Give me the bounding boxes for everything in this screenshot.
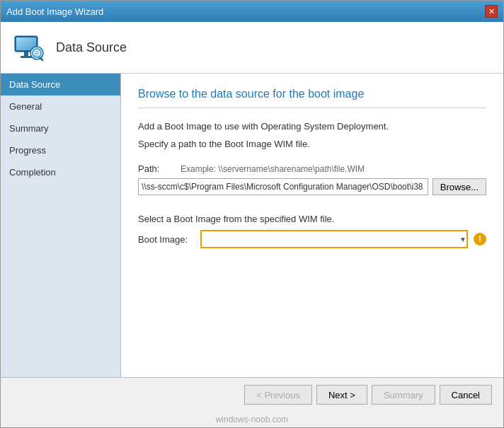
sidebar: Data Source General Summary Progress Com… xyxy=(1,74,121,377)
boot-image-select[interactable] xyxy=(200,230,468,248)
wizard-header: Data Source xyxy=(1,22,503,74)
window-title: Add Boot Image Wizard xyxy=(6,6,103,17)
boot-image-select-wrapper: ▼ xyxy=(200,230,468,248)
path-example: Example: \\servername\sharename\path\fil… xyxy=(181,164,365,174)
wizard-icon xyxy=(12,30,46,64)
wizard-window: Add Boot Image Wizard ✕ xyxy=(0,0,504,428)
path-section: Path: Example: \\servername\sharename\pa… xyxy=(138,163,486,205)
watermark: windows-noob.com xyxy=(1,412,503,427)
sidebar-item-general[interactable]: General xyxy=(1,96,120,117)
boot-image-row: Boot Image: ▼ ! xyxy=(138,230,486,248)
sidebar-item-datasource[interactable]: Data Source xyxy=(1,74,120,96)
footer: < Previous Next > Summary Cancel xyxy=(1,377,503,412)
title-bar: Add Boot Image Wizard ✕ xyxy=(1,1,503,22)
content-area: Browse to the data source for the boot i… xyxy=(121,74,503,377)
title-bar-left: Add Boot Image Wizard xyxy=(6,6,103,17)
content-heading: Browse to the data source for the boot i… xyxy=(138,88,486,108)
svg-rect-3 xyxy=(24,52,28,56)
sidebar-item-progress[interactable]: Progress xyxy=(1,139,120,161)
content-desc2: Specify a path to the Boot Image WIM fil… xyxy=(138,139,486,149)
header-title: Data Source xyxy=(56,40,127,55)
sidebar-item-completion[interactable]: Completion xyxy=(1,161,120,183)
sidebar-item-summary[interactable]: Summary xyxy=(1,117,120,139)
wizard-body: Data Source General Summary Progress Com… xyxy=(1,74,503,377)
cancel-button[interactable]: Cancel xyxy=(440,385,492,405)
path-input-row: Browse... xyxy=(138,178,486,195)
browse-button[interactable]: Browse... xyxy=(433,178,486,195)
path-label-row: Path: Example: \\servername\sharename\pa… xyxy=(138,163,486,174)
select-desc: Select a Boot Image from the specified W… xyxy=(138,214,486,224)
previous-button[interactable]: < Previous xyxy=(244,385,312,405)
summary-button[interactable]: Summary xyxy=(372,385,435,405)
content-desc1: Add a Boot Image to use with Operating S… xyxy=(138,121,486,132)
next-button[interactable]: Next > xyxy=(316,385,367,405)
path-input[interactable] xyxy=(138,178,428,195)
warning-icon: ! xyxy=(474,233,486,245)
svg-line-7 xyxy=(40,58,43,61)
path-label: Path: xyxy=(138,163,181,174)
boot-image-label: Boot Image: xyxy=(138,234,195,245)
close-button[interactable]: ✕ xyxy=(485,5,498,18)
svg-rect-4 xyxy=(21,56,32,58)
